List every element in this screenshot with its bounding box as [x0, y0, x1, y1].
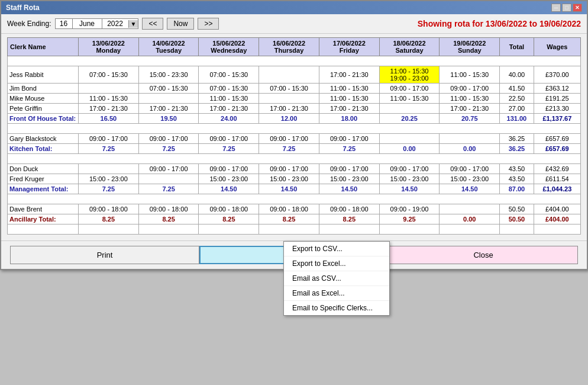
section-header-label: Management — [8, 154, 581, 164]
shift-cell-sun — [440, 134, 500, 144]
shift-cell-thu: 09:00 - 17:00 — [259, 164, 319, 174]
table-cell: 48.00 — [319, 224, 379, 235]
header-sat: 18/06/2022Saturday — [379, 38, 440, 56]
section-total-row: Management Total:7.257.2514.5014.5014.50… — [8, 184, 581, 194]
week-date-input[interactable]: ▼ — [55, 18, 139, 29]
shift-cell-fri: 11:00 - 15:30 — [319, 94, 379, 104]
section-total-row: Front Of House Total:16.5019.5024.0012.0… — [8, 114, 581, 124]
shift-cell-tue: 07:00 - 15:30 — [138, 84, 199, 94]
table-cell: £404.00 — [534, 204, 580, 214]
table-cell: £213.30 — [534, 104, 580, 114]
header-total: Total — [500, 38, 534, 56]
export-menu-item[interactable]: Export to Excel... — [284, 256, 389, 271]
section-header-row: Management — [8, 154, 581, 164]
table-cell: £3,243.59 — [534, 224, 580, 235]
main-window: Staff Rota ─ □ ✕ Week Ending: ▼ << Now >… — [0, 0, 588, 270]
shift-cell-sat: 09:00 - 17:00 — [379, 164, 440, 174]
clerk-name-cell: Don Duck — [8, 164, 79, 174]
clerk-name-cell: Fred Kruger — [8, 174, 79, 184]
shift-cell-thu: 17:00 - 21:30 — [259, 104, 319, 114]
maximize-button[interactable]: □ — [562, 4, 571, 12]
header-sun: 19/06/2022Sunday — [440, 38, 500, 56]
table-cell: 0.00 — [440, 144, 500, 154]
now-button[interactable]: Now — [167, 18, 194, 30]
prev-week-button[interactable]: << — [142, 18, 163, 30]
section-header-row: Ancillary — [8, 194, 581, 204]
shift-cell-fri: 09:00 - 17:00 — [319, 164, 379, 174]
close-window-button[interactable]: ✕ — [573, 4, 582, 12]
table-cell: 20.75 — [440, 114, 500, 124]
shift-cell-mon: 07:00 - 15:30 — [79, 66, 139, 84]
shift-cell-wed: 11:00 - 15:30 — [199, 94, 259, 104]
table-row: Dave Brent09:00 - 18:0009:00 - 18:0009:0… — [8, 204, 581, 214]
week-day-input[interactable] — [56, 19, 72, 28]
section-header-label: Kitchen — [8, 124, 581, 134]
overall-total-row: Overall Total:39.2542.2554.0042.0048.004… — [8, 224, 581, 235]
close-button[interactable]: Close — [389, 246, 578, 264]
table-cell: £657.69 — [534, 144, 580, 154]
shift-cell-wed: 09:00 - 17:00 — [199, 134, 259, 144]
header-clerk: Clerk Name — [8, 38, 79, 56]
table-row: Pete Griffin17:00 - 21:3017:00 - 21:3017… — [8, 104, 581, 114]
shift-cell-fri: 15:00 - 23:00 — [319, 174, 379, 184]
next-week-button[interactable]: >> — [198, 18, 219, 30]
export-menu-item[interactable]: Email to Specific Clerks... — [284, 301, 389, 315]
shift-cell-wed: 15:00 - 23:00 — [199, 174, 259, 184]
export-menu-item[interactable]: Export to CSV... — [284, 242, 389, 256]
section-header-row: Kitchen — [8, 124, 581, 134]
table-row: Mike Mouse11:00 - 15:3011:00 - 15:3011:0… — [8, 94, 581, 104]
shift-cell-tue: 15:00 - 23:30 — [138, 66, 199, 84]
week-year-input[interactable] — [102, 19, 128, 28]
shift-cell-sun: 17:00 - 21:30 — [440, 104, 500, 114]
clerk-name-cell: Pete Griffin — [8, 104, 79, 114]
rota-table: Clerk Name 13/06/2022Monday 14/06/2022Tu… — [7, 37, 581, 235]
shift-cell-mon — [79, 84, 139, 94]
table-cell: 44.00 — [379, 224, 440, 235]
shift-cell-wed: 07:00 - 15:30 — [199, 66, 259, 84]
table-cell: 24.00 — [199, 114, 259, 124]
shift-cell-fri: 09:00 - 17:00 — [319, 134, 379, 144]
shift-cell-sat — [379, 104, 440, 114]
print-button[interactable]: Print — [10, 246, 199, 264]
table-cell: 14.50 — [259, 184, 319, 194]
shift-cell-tue: 09:00 - 18:00 — [138, 204, 199, 214]
export-dropdown-menu: Export to CSV...Export to Excel...Email … — [283, 241, 390, 316]
export-menu-item[interactable]: Email as Excel... — [284, 286, 389, 301]
table-cell: 43.50 — [500, 164, 534, 174]
table-row: Don Duck09:00 - 17:0009:00 - 17:0009:00 … — [8, 164, 581, 174]
week-month-input[interactable] — [72, 19, 102, 28]
table-cell: 43.50 — [500, 174, 534, 184]
header-tue: 14/06/2022Tuesday — [138, 38, 199, 56]
table-row: Jess Rabbit07:00 - 15:3015:00 - 23:3007:… — [8, 66, 581, 84]
clerk-name-cell: Dave Brent — [8, 204, 79, 214]
section-total-row: Ancillary Total:8.258.258.258.258.259.25… — [8, 214, 581, 224]
total-label-cell: Management Total: — [8, 184, 79, 194]
table-cell: 7.25 — [319, 144, 379, 154]
table-cell: 7.25 — [199, 144, 259, 154]
toolbar: Week Ending: ▼ << Now >> Showing rota fo… — [1, 14, 587, 34]
export-menu-item[interactable]: Email as CSV... — [284, 271, 389, 286]
table-cell: £363.12 — [534, 84, 580, 94]
table-cell: 12.00 — [259, 114, 319, 124]
table-cell: 20.25 — [379, 114, 440, 124]
week-ending-label: Week Ending: — [7, 20, 51, 28]
header-wages: Wages — [534, 38, 580, 56]
shift-cell-tue: 17:00 - 21:30 — [138, 104, 199, 114]
shift-cell-thu — [259, 94, 319, 104]
week-dropdown-button[interactable]: ▼ — [128, 20, 138, 28]
table-cell: 8.25 — [319, 214, 379, 224]
table-cell: 8.25 — [138, 214, 199, 224]
minimize-button[interactable]: ─ — [551, 4, 561, 12]
shift-cell-tue: 09:00 - 17:00 — [138, 164, 199, 174]
section-total-row: Kitchen Total:7.257.257.257.257.250.000.… — [8, 144, 581, 154]
shift-cell-sat: 09:00 - 19:00 — [379, 204, 440, 214]
table-cell: 7.25 — [79, 184, 139, 194]
shift-cell-sat — [379, 134, 440, 144]
overall-label-cell: Overall Total: — [8, 224, 79, 235]
table-cell: 35.25 — [440, 224, 500, 235]
window-title: Staff Rota — [6, 4, 40, 12]
table-cell: 42.25 — [138, 224, 199, 235]
header-fri: 17/06/2022Friday — [319, 38, 379, 56]
table-cell: 14.50 — [379, 184, 440, 194]
window-controls: ─ □ ✕ — [551, 4, 582, 12]
